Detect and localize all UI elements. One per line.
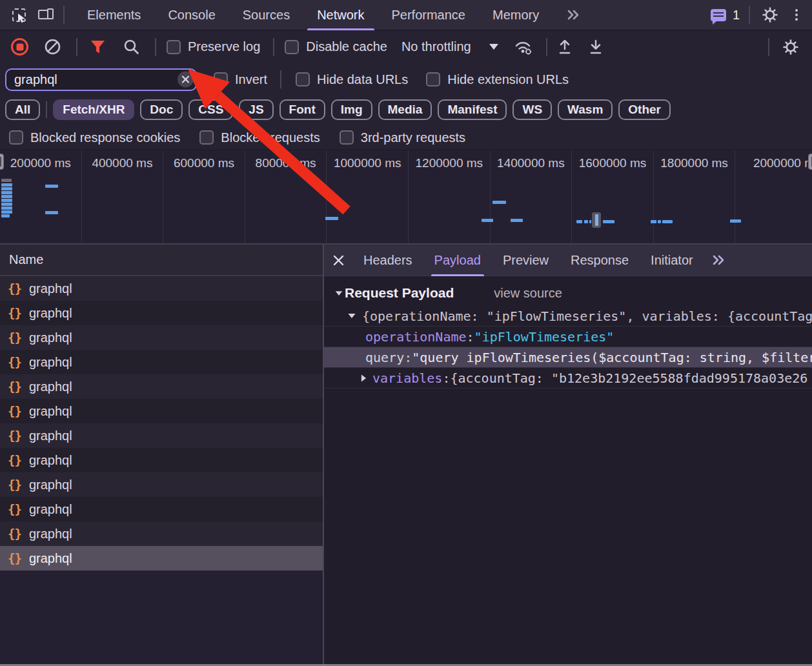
chip-media[interactable]: Media [378, 99, 432, 120]
search-network-button[interactable] [120, 36, 142, 58]
blocked-response-cookies-checkbox[interactable] [9, 130, 23, 145]
waterfall-bar[interactable] [482, 219, 493, 222]
request-row[interactable]: {}graphql [0, 350, 323, 374]
payload-tree-row-4[interactable]: variables: {accountTag: "b12e3b2192ee558… [324, 368, 812, 388]
more-detail-tabs-button[interactable] [708, 249, 730, 271]
waterfall-bar[interactable] [662, 220, 673, 223]
hide-data-urls-checkbox[interactable] [296, 72, 310, 86]
request-payload-title[interactable]: Request Payload [334, 285, 454, 301]
column-header-name[interactable]: Name [0, 245, 323, 276]
invert-checkbox[interactable] [214, 72, 228, 86]
request-row[interactable]: {}graphql [0, 423, 323, 448]
chip-other[interactable]: Other [618, 99, 671, 120]
payload-tree-row-2[interactable]: operationName: "ipFlowTimeseries" [324, 327, 812, 347]
clear-filter-button[interactable] [178, 72, 194, 88]
detail-tab-headers[interactable]: Headers [352, 245, 423, 276]
detail-tab-initiator[interactable]: Initiator [640, 245, 704, 276]
chip-font[interactable]: Font [279, 99, 325, 120]
waterfall-bar[interactable] [576, 220, 582, 223]
tab-performance[interactable]: Performance [378, 0, 480, 30]
hide-extension-urls-checkbox[interactable] [426, 72, 440, 86]
waterfall-bar[interactable] [1, 179, 12, 182]
preserve-log-checkbox-group[interactable]: Preserve log [167, 39, 260, 54]
chip-css[interactable]: CSS [188, 99, 233, 120]
chip-js[interactable]: JS [239, 99, 273, 120]
request-row[interactable]: {}graphql [0, 472, 323, 497]
waterfall-bar[interactable] [589, 220, 591, 223]
filter-text-input[interactable] [5, 68, 197, 91]
export-har-button[interactable] [585, 36, 607, 58]
settings-gear-icon[interactable] [759, 4, 781, 26]
disable-cache-checkbox[interactable] [285, 40, 299, 54]
waterfall-bar[interactable] [658, 220, 661, 223]
request-row[interactable]: {}graphql [0, 301, 323, 325]
network-conditions-button[interactable] [513, 36, 534, 58]
detail-tab-response[interactable]: Response [560, 245, 640, 276]
tab-sources[interactable]: Sources [229, 0, 303, 30]
blocked-response-cookies-group[interactable]: Blocked response cookies [9, 130, 180, 145]
waterfall-bar[interactable] [1, 183, 12, 187]
third-party-requests-group[interactable]: 3rd-party requests [340, 130, 465, 145]
network-settings-gear-icon[interactable] [780, 36, 802, 58]
waterfall-bar[interactable] [1, 191, 12, 194]
waterfall-bar[interactable] [1, 203, 12, 206]
waterfall-bar[interactable] [603, 220, 614, 223]
request-row[interactable]: {}graphql [0, 399, 323, 423]
chip-fetch-xhr[interactable]: Fetch/XHR [53, 99, 134, 120]
clear-network-log-button[interactable] [41, 36, 63, 58]
expander-closed-icon[interactable] [361, 374, 366, 381]
detail-tab-preview[interactable]: Preview [492, 245, 560, 276]
request-row[interactable]: {}graphql [0, 325, 323, 350]
panel-split-divider[interactable] [323, 245, 324, 666]
payload-tree-row-3[interactable]: query: "query ipFlowTimeseries($accountT… [324, 347, 812, 368]
expander-open-icon[interactable] [348, 314, 355, 318]
request-row[interactable]: {}graphql [0, 546, 323, 570]
console-messages-button[interactable]: 1 [711, 8, 740, 23]
waterfall-bar[interactable] [651, 220, 656, 223]
chip-ws[interactable]: WS [513, 99, 552, 120]
inspect-element-icon[interactable] [8, 4, 30, 26]
waterfall-bar[interactable] [1, 207, 12, 210]
blocked-requests-checkbox[interactable] [199, 130, 214, 145]
preserve-log-checkbox[interactable] [167, 40, 181, 54]
request-row[interactable]: {}graphql [0, 497, 323, 521]
network-overview-timeline[interactable]: 200000 ms400000 ms600000 ms800000 ms1000… [0, 150, 812, 245]
waterfall-bar[interactable] [1, 214, 10, 217]
blocked-requests-group[interactable]: Blocked requests [199, 130, 320, 145]
waterfall-bar[interactable] [492, 201, 506, 204]
waterfall-bar[interactable] [325, 217, 338, 220]
waterfall-bar[interactable] [1, 195, 12, 198]
tab-network[interactable]: Network [303, 0, 378, 30]
waterfall-bar[interactable] [1, 187, 12, 190]
detail-tab-payload[interactable]: Payload [423, 245, 492, 276]
request-row[interactable]: {}graphql [0, 276, 323, 301]
waterfall-bar[interactable] [730, 219, 741, 223]
more-panels-button[interactable] [553, 0, 595, 30]
tab-console[interactable]: Console [154, 0, 228, 30]
waterfall-bar[interactable] [45, 211, 58, 214]
chip-img[interactable]: Img [331, 99, 372, 120]
request-row[interactable]: {}graphql [0, 374, 323, 399]
waterfall-bar[interactable] [1, 199, 12, 202]
overview-left-grip[interactable] [0, 154, 4, 170]
waterfall-bar[interactable] [584, 220, 588, 223]
payload-tree-row-1[interactable]: {operationName: "ipFlowTimeseries", vari… [324, 306, 812, 327]
throttling-select[interactable]: No throttling [401, 39, 498, 54]
waterfall-bar[interactable] [511, 219, 523, 222]
record-network-log-button[interactable] [11, 38, 28, 56]
disable-cache-checkbox-group[interactable]: Disable cache [285, 39, 387, 54]
third-party-requests-checkbox[interactable] [340, 130, 354, 145]
chip-manifest[interactable]: Manifest [438, 99, 507, 120]
hide-extension-urls-group[interactable]: Hide extension URLs [426, 72, 569, 87]
request-row[interactable]: {}graphql [0, 448, 323, 472]
view-source-link[interactable]: view source [494, 286, 562, 301]
waterfall-bar[interactable] [1, 210, 12, 214]
close-detail-button[interactable] [324, 245, 352, 276]
chip-wasm[interactable]: Wasm [558, 99, 613, 120]
chip-all[interactable]: All [5, 99, 40, 120]
invert-checkbox-group[interactable]: Invert [214, 72, 267, 87]
device-toolbar-icon[interactable] [35, 4, 57, 26]
filter-toggle-button[interactable] [86, 36, 108, 58]
chip-doc[interactable]: Doc [140, 99, 183, 120]
import-har-button[interactable] [554, 36, 576, 58]
